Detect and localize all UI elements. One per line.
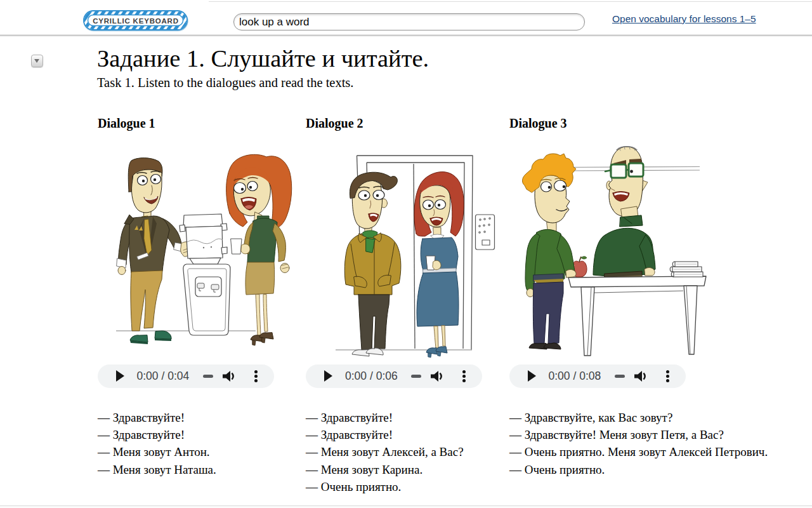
svg-text:CYRILLIC KEYBOARD: CYRILLIC KEYBOARD: [93, 17, 179, 25]
